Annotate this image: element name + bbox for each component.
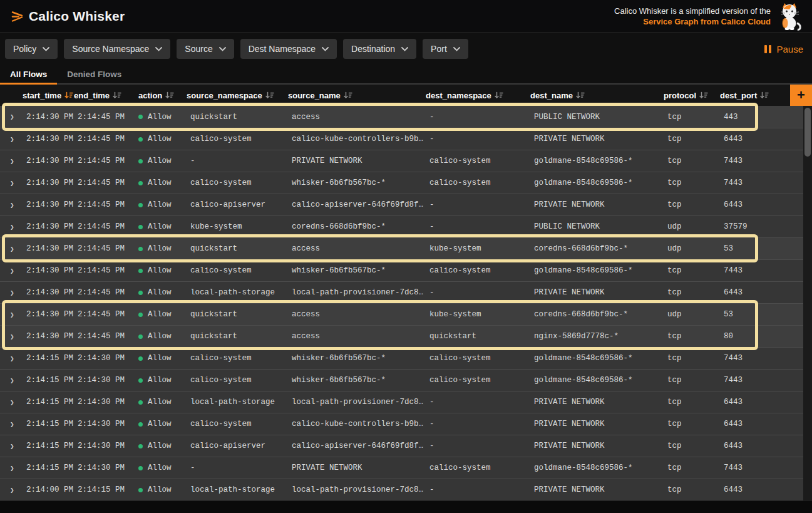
cell-dest_name: goldmane-8548c69586-* xyxy=(530,157,664,165)
cell-end_time: 2:14:30 PM xyxy=(74,376,131,385)
allow-status-dot xyxy=(138,334,143,339)
add-column-button[interactable]: + xyxy=(790,85,812,106)
expand-row-chevron-icon[interactable]: ❯ xyxy=(0,267,23,275)
horizontal-scroll-area[interactable] xyxy=(0,500,812,513)
flow-row[interactable]: ❯2:14:30 PM2:14:45 PMAllowquickstartacce… xyxy=(0,325,803,347)
flow-row[interactable]: ❯2:14:15 PM2:14:30 PMAllow-PRIVATE NETWO… xyxy=(0,457,803,479)
column-header-source_namespace[interactable]: source_namespace xyxy=(187,85,288,106)
scrollbar-thumb[interactable] xyxy=(804,108,811,157)
filter-dropdown-policy[interactable]: Policy xyxy=(5,39,58,59)
filter-dropdown-source[interactable]: Source xyxy=(177,39,234,59)
expand-row-chevron-icon[interactable]: ❯ xyxy=(0,289,23,297)
column-header-protocol[interactable]: protocol xyxy=(664,85,720,106)
expand-row-chevron-icon[interactable]: ❯ xyxy=(0,355,23,363)
cell-protocol: tcp xyxy=(664,485,720,494)
expand-row-chevron-icon[interactable]: ❯ xyxy=(0,464,23,472)
expand-row-chevron-icon[interactable]: ❯ xyxy=(0,311,23,319)
cell-source_name: whisker-6b6fb567bc-* xyxy=(288,376,426,385)
expand-row-chevron-icon[interactable]: ❯ xyxy=(0,179,23,187)
cell-start_time: 2:14:15 PM xyxy=(23,398,74,407)
cell-dest_name: PUBLIC NETWORK xyxy=(530,113,664,122)
allow-status-dot xyxy=(138,291,143,295)
flow-row[interactable]: ❯2:14:30 PM2:14:45 PMAllowkube-systemcor… xyxy=(0,215,803,237)
cell-source_name: whisker-6b6fb567bc-* xyxy=(288,179,426,187)
flow-row[interactable]: ❯2:14:30 PM2:14:45 PMAllowcalico-apiserv… xyxy=(0,194,803,215)
filter-dropdown-port[interactable]: Port xyxy=(423,39,468,59)
cell-start_time: 2:14:30 PM xyxy=(23,332,74,341)
cell-protocol: tcp xyxy=(664,135,720,143)
filter-dropdown-source-namespace[interactable]: Source Namespace xyxy=(64,39,170,59)
flow-row[interactable]: ❯2:14:30 PM2:14:45 PMAllow-PRIVATE NETWO… xyxy=(0,150,803,172)
cell-protocol: udp xyxy=(664,310,720,319)
service-graph-link[interactable]: Service Graph from Calico Cloud xyxy=(614,16,771,27)
expand-row-chevron-icon[interactable]: ❯ xyxy=(0,420,23,428)
cell-source_namespace: calico-apiserver xyxy=(187,442,288,450)
expand-row-chevron-icon[interactable]: ❯ xyxy=(0,245,23,253)
cell-action: Allow xyxy=(131,113,187,122)
flow-row[interactable]: ❯2:14:15 PM2:14:30 PMAllowlocal-path-sto… xyxy=(0,391,803,413)
cell-dest_name: goldmane-8548c69586-* xyxy=(530,376,664,385)
allow-status-dot xyxy=(138,400,143,405)
allow-status-dot xyxy=(138,181,143,185)
expand-row-chevron-icon[interactable]: ❯ xyxy=(0,398,23,407)
cell-source_name: calico-apiserver-646f69fd8f… xyxy=(288,442,426,450)
tab-denied-flows[interactable]: Denied Flows xyxy=(57,65,131,83)
column-header-action[interactable]: action xyxy=(131,85,187,106)
cell-protocol: tcp xyxy=(664,398,720,407)
flow-row[interactable]: ❯2:14:30 PM2:14:45 PMAllowlocal-path-sto… xyxy=(0,281,803,303)
cell-dest_name: PRIVATE NETWORK xyxy=(530,485,664,494)
expand-row-chevron-icon[interactable]: ❯ xyxy=(0,223,23,231)
flow-row[interactable]: ❯2:14:30 PM2:14:45 PMAllowquickstartacce… xyxy=(0,303,803,325)
filter-dropdown-destination[interactable]: Destination xyxy=(343,39,416,59)
expand-row-chevron-icon[interactable]: ❯ xyxy=(0,113,23,121)
column-header-source_name[interactable]: source_name xyxy=(288,85,426,106)
expand-row-chevron-icon[interactable]: ❯ xyxy=(0,442,23,450)
cell-source_name: calico-kube-controllers-b9b… xyxy=(288,420,426,428)
column-header-dest_namespace[interactable]: dest_namespace xyxy=(426,85,530,106)
cell-dest_namespace: calico-system xyxy=(426,266,530,275)
vertical-scrollbar[interactable] xyxy=(803,106,812,500)
cell-action: Allow xyxy=(131,398,187,407)
flow-row[interactable]: ❯2:14:30 PM2:14:45 PMAllowcalico-systemc… xyxy=(0,128,803,150)
cell-source_name: local-path-provisioner-7dc8… xyxy=(288,398,426,407)
flow-row[interactable]: ❯2:14:30 PM2:14:45 PMAllowquickstartacce… xyxy=(0,106,803,128)
flow-row[interactable]: ❯2:14:15 PM2:14:30 PMAllowcalico-systemw… xyxy=(0,347,803,369)
expand-row-chevron-icon[interactable]: ❯ xyxy=(0,376,23,385)
cell-source_name: calico-kube-controllers-b9b… xyxy=(288,135,426,143)
cell-dest_namespace: - xyxy=(426,288,530,297)
expand-row-chevron-icon[interactable]: ❯ xyxy=(0,201,23,209)
cell-dest_namespace: calico-system xyxy=(426,354,530,363)
column-header-dest_name[interactable]: dest_name xyxy=(530,85,664,106)
filter-dropdown-dest-namespace[interactable]: Dest Namespace xyxy=(240,39,337,59)
column-header-start_time[interactable]: start_time xyxy=(23,85,74,106)
cell-source_namespace: local-path-storage xyxy=(187,398,288,407)
flow-row[interactable]: ❯2:14:15 PM2:14:30 PMAllowcalico-systemw… xyxy=(0,369,803,391)
allow-status-dot xyxy=(138,115,143,119)
pause-button[interactable]: Pause xyxy=(764,44,803,54)
cell-action: Allow xyxy=(131,200,187,209)
cell-source_name: local-path-provisioner-7dc8… xyxy=(288,288,426,297)
column-header-dest_port[interactable]: dest_port xyxy=(720,85,790,106)
flow-row[interactable]: ❯2:14:30 PM2:14:45 PMAllowcalico-systemw… xyxy=(0,172,803,194)
expand-row-chevron-icon[interactable]: ❯ xyxy=(0,135,23,143)
cell-dest_namespace: calico-system xyxy=(426,464,530,472)
flow-row[interactable]: ❯2:14:00 PM2:14:15 PMAllowlocal-path-sto… xyxy=(0,479,803,500)
flow-row[interactable]: ❯2:14:30 PM2:14:45 PMAllowcalico-systemw… xyxy=(0,259,803,281)
cell-start_time: 2:14:30 PM xyxy=(23,179,74,187)
cell-dest_port: 53 xyxy=(720,244,790,253)
cell-action: Allow xyxy=(131,485,187,494)
expand-row-chevron-icon[interactable]: ❯ xyxy=(0,333,23,341)
cell-dest_port: 80 xyxy=(720,332,790,341)
cell-source_namespace: - xyxy=(187,464,288,472)
tab-all-flows[interactable]: All Flows xyxy=(0,65,57,83)
chevron-down-icon xyxy=(453,47,460,51)
expand-row-chevron-icon[interactable]: ❯ xyxy=(0,486,23,494)
sort-icon xyxy=(265,91,274,99)
column-header-end_time[interactable]: end_time xyxy=(74,85,131,106)
cell-dest_port: 6443 xyxy=(720,420,790,428)
expand-row-chevron-icon[interactable]: ❯ xyxy=(0,157,23,165)
sort-icon xyxy=(576,91,585,99)
flow-row[interactable]: ❯2:14:15 PM2:14:30 PMAllowcalico-apiserv… xyxy=(0,435,803,457)
flow-row[interactable]: ❯2:14:30 PM2:14:45 PMAllowquickstartacce… xyxy=(0,237,803,259)
flow-row[interactable]: ❯2:14:15 PM2:14:30 PMAllowcalico-systemc… xyxy=(0,413,803,435)
